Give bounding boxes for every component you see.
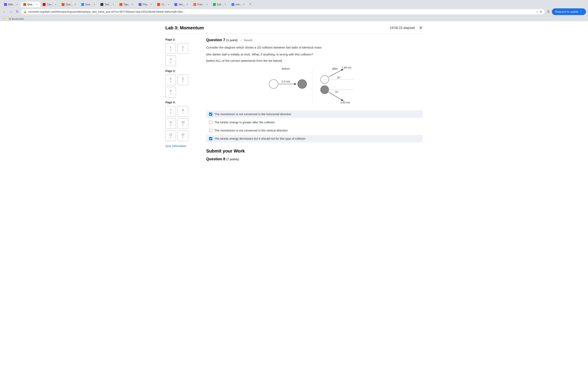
tab-favicon-franz bbox=[193, 3, 196, 6]
reload-button[interactable]: ↻ bbox=[15, 9, 19, 15]
question-btn-2[interactable]: 2 ✓ bbox=[178, 43, 188, 54]
question-btn-8[interactable]: 8 -- bbox=[178, 106, 188, 117]
address-bar-row: ← → ↻ 🔒 courselink.uoguelph.ca/d2l/lms/q… bbox=[0, 7, 588, 16]
tab-favicon-d2l2 bbox=[62, 3, 65, 6]
star-icon[interactable]: ☆ bbox=[536, 10, 539, 13]
question7-points: (1 point) bbox=[226, 38, 237, 42]
tab-bar: Bibli... × Quiz... × Can... × Quiz... × … bbox=[0, 0, 588, 7]
tab-close-figma[interactable]: × bbox=[131, 3, 134, 6]
extension-icon[interactable]: ⊞ bbox=[540, 10, 542, 13]
answer-option-4[interactable]: The kinetic energy decreases but it shou… bbox=[206, 135, 423, 142]
tab-split[interactable]: Spli... × bbox=[210, 2, 229, 7]
answer-label-1[interactable]: The momentum is not conserved in the hor… bbox=[214, 113, 291, 116]
tab-canvas[interactable]: Can... × bbox=[40, 2, 59, 7]
answer-label-4[interactable]: The kinetic energy decreases but it shou… bbox=[214, 137, 306, 140]
tab-discord[interactable]: disc... × bbox=[172, 2, 191, 7]
address-bar[interactable]: 🔒 courselink.uoguelph.ca/d2l/lms/quizzin… bbox=[21, 9, 545, 14]
separator-line: | bbox=[2, 17, 3, 20]
q-status-5: ✓ bbox=[182, 80, 184, 83]
question-btn-6[interactable]: 6 ✓ bbox=[165, 87, 176, 98]
after-label: after bbox=[332, 67, 338, 70]
angle2-label: 70° bbox=[335, 91, 338, 94]
question-btn-12[interactable]: 12 ✓ bbox=[178, 131, 188, 141]
tab-d2l-quiz[interactable]: Quiz... × bbox=[21, 2, 40, 7]
question-btn-4[interactable]: 4 ✓ bbox=[165, 75, 176, 85]
quiz-timer: 19:56:15 elapsed bbox=[390, 26, 415, 30]
tab-close-google[interactable]: × bbox=[93, 3, 95, 6]
tab-favicon-phy bbox=[139, 3, 141, 6]
tab-close-phy[interactable]: × bbox=[150, 3, 152, 6]
question-btn-7[interactable]: 7 ✓ bbox=[165, 106, 176, 117]
profile-icon[interactable]: S bbox=[546, 9, 550, 14]
question-btn-1[interactable]: 1 ✓ bbox=[165, 43, 176, 54]
answer-label-3[interactable]: The momentum is not conserved in the ver… bbox=[214, 129, 288, 132]
question-btn-10[interactable]: 10 ✓ bbox=[178, 118, 188, 129]
tab-close-more[interactable]: × bbox=[243, 3, 245, 6]
tab-label-discord: disc... bbox=[178, 3, 185, 6]
tab-close-biblio[interactable]: × bbox=[16, 3, 18, 6]
tab-d2l2[interactable]: Quiz... × bbox=[59, 2, 79, 7]
question8-label: Question 8 bbox=[206, 157, 225, 161]
tab-close-split[interactable]: × bbox=[224, 3, 227, 6]
answer-option-1[interactable]: The momentum is not conserved in the hor… bbox=[206, 110, 423, 118]
tab-biblio[interactable]: Bibli... × bbox=[2, 2, 21, 7]
question-btn-5[interactable]: 5 ✓ bbox=[178, 75, 188, 85]
quiz-page: Lab 3: Momentum 19:56:15 elapsed ✕ Page … bbox=[0, 21, 588, 364]
q-status-3: ✓ bbox=[170, 61, 172, 64]
new-tab-button[interactable]: + bbox=[248, 1, 253, 7]
q-status-8: -- bbox=[182, 111, 184, 114]
tab-close-d2l[interactable]: × bbox=[35, 3, 38, 6]
tab-two[interactable]: Two... × bbox=[98, 2, 117, 7]
tab-close-reddit[interactable]: × bbox=[167, 3, 169, 6]
q-num-11: 11 bbox=[169, 133, 172, 136]
tab-figma[interactable]: Figu... × bbox=[117, 2, 136, 7]
tab-franz[interactable]: Fran... × bbox=[191, 2, 210, 7]
forward-button[interactable]: → bbox=[9, 9, 13, 15]
q-num-4: 4 bbox=[170, 77, 171, 80]
tab-favicon-canvas bbox=[43, 3, 45, 6]
bookmarks-label[interactable]: All Bookmarks bbox=[8, 17, 24, 20]
before-label: before bbox=[282, 67, 290, 70]
saved-badge: ✓ Saved bbox=[240, 38, 252, 42]
q-status-6: ✓ bbox=[170, 92, 172, 95]
q-num-1: 1 bbox=[170, 46, 171, 49]
initial-velocity-label: 2.0 m/s bbox=[282, 80, 290, 83]
q-num-6: 6 bbox=[170, 89, 171, 92]
tab-close-discord[interactable]: × bbox=[186, 3, 189, 6]
tab-close-canvas[interactable]: × bbox=[54, 3, 57, 6]
checkbox-opt4[interactable] bbox=[209, 137, 212, 140]
checkbox-opt2[interactable] bbox=[209, 121, 212, 124]
checkbox-opt1[interactable] bbox=[209, 113, 212, 116]
page3-label: Page 3: bbox=[165, 69, 200, 73]
quiz-info-link[interactable]: Quiz Information bbox=[165, 144, 186, 148]
answer-label-2[interactable]: The kinetic energy is greater after the … bbox=[214, 121, 275, 124]
question7-header: Question 7 (1 point) ✓ Saved bbox=[206, 38, 423, 42]
tab-close-d2l2[interactable]: × bbox=[74, 3, 76, 6]
address-text: courselink.uoguelph.ca/d2l/lms/quizzing/… bbox=[28, 10, 535, 13]
q-status-1: ✓ bbox=[170, 49, 172, 52]
question-btn-11[interactable]: 11 ✓ bbox=[165, 131, 176, 141]
checkbox-opt3[interactable] bbox=[209, 129, 212, 132]
tab-close-franz[interactable]: × bbox=[206, 3, 208, 6]
tab-google[interactable]: Goo... × bbox=[79, 2, 98, 7]
quiz-header: Lab 3: Momentum 19:56:15 elapsed ✕ bbox=[165, 21, 423, 34]
question-btn-9[interactable]: 9 ✓ bbox=[165, 118, 176, 129]
question7-title: Question 7 (1 point) bbox=[206, 38, 237, 42]
relaunch-button[interactable]: Relaunch to update ⋮ bbox=[552, 8, 586, 15]
q-num-12: 12 bbox=[182, 133, 184, 136]
tab-close-two[interactable]: × bbox=[112, 3, 114, 6]
question-btn-3[interactable]: 3 ✓ bbox=[165, 55, 176, 66]
back-button[interactable]: ← bbox=[2, 9, 7, 15]
answer-option-2[interactable]: The kinetic energy is greater after the … bbox=[206, 119, 423, 126]
tab-label-reddit: 72... bbox=[161, 3, 166, 6]
quiz-close-button[interactable]: ✕ bbox=[419, 25, 423, 31]
tab-favicon-d2l bbox=[23, 3, 26, 6]
answer-option-3[interactable]: The momentum is not conserved in the ver… bbox=[206, 127, 423, 134]
tab-reddit[interactable]: 72... × bbox=[155, 2, 172, 7]
q-status-4: ✓ bbox=[170, 80, 172, 83]
page2-label: Page 2: bbox=[165, 38, 200, 41]
tab-label-phy: Phy... bbox=[143, 3, 149, 6]
tab-label-split: Spli... bbox=[217, 3, 223, 6]
tab-more[interactable]: mor... × bbox=[229, 2, 248, 7]
tab-phy[interactable]: Phy... × bbox=[136, 2, 155, 7]
